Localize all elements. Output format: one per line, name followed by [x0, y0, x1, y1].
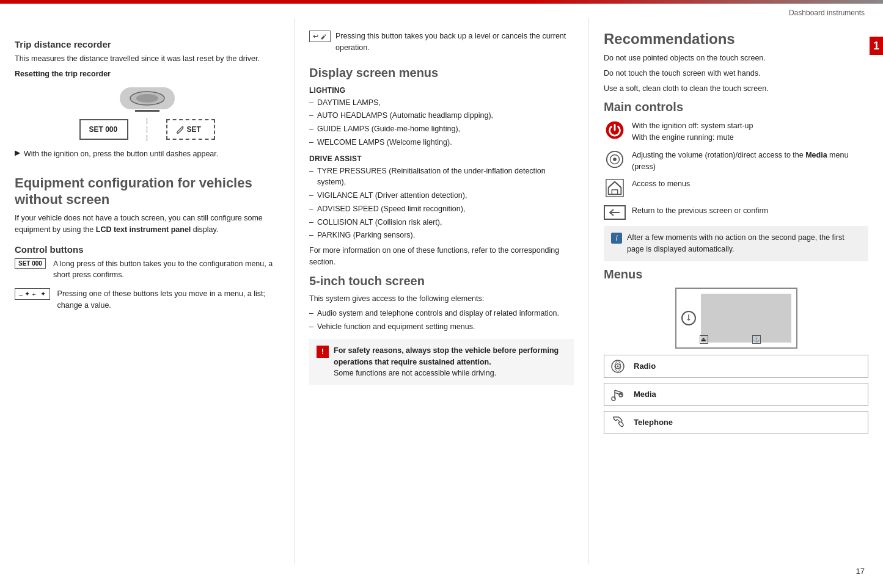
menu-item-media: Media — [604, 383, 868, 406]
volume-text: Adjusting the volume (rotation)/direct a… — [632, 148, 868, 173]
power-text: With the ignition off: system start-up W… — [632, 119, 753, 143]
radio-icon — [609, 358, 626, 375]
brightness-text: Pressing one of these buttons lets you m… — [57, 288, 279, 311]
set-000-button-diagram: SET 000 — [79, 119, 128, 140]
pencil-icon-small — [320, 33, 327, 40]
drive-item-2: – ADVISED SPEED (Speed limit recognition… — [309, 203, 574, 215]
set-000-badge: SET 000 — [15, 258, 46, 269]
menus-heading: Menus — [604, 267, 868, 281]
set-label: SET — [187, 125, 201, 134]
device-btn2: ⚓ — [752, 335, 761, 344]
lighting-item-2: – GUIDE LAMPS (Guide-me-home lighting), — [309, 123, 574, 135]
back-button-row: ↩ Pressing this button takes you back up… — [309, 31, 574, 57]
volume-knob-icon — [604, 148, 626, 170]
control-volume: Adjusting the volume (rotation)/direct a… — [604, 148, 868, 173]
display-screen-footer: For more information on one of these fun… — [309, 245, 574, 268]
brightness-btn: – ✦ + ✦ — [15, 288, 50, 300]
arrow-icon: ▶ — [15, 148, 20, 164]
device-bottom-buttons: ⏏ ⚓ — [700, 335, 761, 344]
control-brightness-row: – ✦ + ✦ Pressing one of these buttons le… — [15, 288, 279, 315]
rec-item-0: Do not use pointed objects on the touch … — [604, 53, 868, 64]
svg-rect-8 — [612, 190, 617, 195]
warning-text: For safety reasons, always stop the vehi… — [334, 345, 566, 379]
control-power: With the ignition off: system start-up W… — [604, 119, 868, 143]
touch-item-0: – Audio system and telephone controls an… — [309, 308, 574, 319]
header-title: Dashboard instruments — [789, 9, 865, 17]
set-000-label: SET 000 — [89, 125, 118, 134]
touch-item-1: – Vehicle function and equipment setting… — [309, 321, 574, 333]
home-icon — [604, 177, 626, 199]
drive-item-3: – COLLISION ALT (Collision risk alert), — [309, 217, 574, 228]
drive-item-0: – TYRE PRESSURES (Reinitialisation of th… — [309, 165, 574, 189]
page-number: 17 — [856, 567, 865, 576]
warning-box: ! For safety reasons, always stop the ve… — [309, 339, 574, 385]
back-button-icon: ↩ — [309, 31, 331, 42]
trip-arrow-text: With the ignition on, press the button u… — [24, 148, 218, 160]
warning-body: Some functions are not accessible while … — [334, 369, 496, 377]
control-buttons-heading: Control buttons — [15, 244, 279, 255]
drive-assist-label: DRIVE ASSIST — [309, 154, 574, 163]
rec-item-1: Do not touch the touch screen with wet h… — [604, 68, 868, 79]
home-text: Access to menus — [632, 177, 690, 190]
menu-item-telephone: Telephone — [604, 411, 868, 434]
main-content: Trip distance recorder This measures the… — [0, 18, 883, 564]
device-btn1: ⏏ — [700, 335, 708, 344]
equipment-config-body: If your vehicle does not have a touch sc… — [15, 212, 279, 236]
menu-item-radio: Radio — [604, 355, 868, 378]
trip-buttons-row: SET 000 SET — [79, 118, 215, 141]
svg-point-1 — [136, 94, 158, 103]
telephone-icon — [609, 414, 626, 431]
drive-item-4: – PARKING (Parking sensors). — [309, 230, 574, 241]
warning-icon: ! — [317, 346, 329, 358]
col3: Recommendations Do not use pointed objec… — [589, 18, 883, 564]
equipment-lcd-bold: LCD text instrument panel — [96, 225, 191, 234]
svg-point-11 — [617, 365, 619, 367]
control-set-row: SET 000 A long press of this button take… — [15, 258, 279, 285]
display-screen-heading: Display screen menus — [309, 66, 574, 80]
trip-top-icon — [120, 87, 175, 109]
trip-diagram: SET 000 SET — [15, 87, 279, 141]
control-set-text: A long press of this button takes you to… — [53, 258, 279, 281]
svg-point-6 — [613, 158, 617, 161]
equipment-config-section: Equipment configuration for vehicles wit… — [15, 175, 279, 235]
info-icon: i — [611, 233, 622, 244]
drive-item-1: – VIGILANCE ALT (Driver attention detect… — [309, 190, 574, 201]
touch-screen-heading: 5-inch touch screen — [309, 274, 574, 288]
main-controls-heading: Main controls — [604, 100, 868, 114]
power-icon — [604, 119, 626, 141]
note-icon — [684, 313, 694, 323]
trip-reset-heading: Resetting the trip recorder — [15, 68, 279, 80]
equipment-config-body2: display. — [193, 225, 218, 234]
media-label: Media — [634, 390, 656, 399]
back-arrow-icon — [604, 205, 626, 220]
lighting-item-1: – AUTO HEADLAMPS (Automatic headlamp dip… — [309, 110, 574, 122]
touch-screen-body1: This system gives access to the followin… — [309, 293, 574, 305]
col2: ↩ Pressing this button takes you back up… — [295, 18, 589, 564]
back-button-text: Pressing this button takes you back up a… — [335, 31, 574, 54]
trip-knob-svg — [129, 91, 166, 106]
media-icon — [609, 386, 626, 403]
lighting-item-3: – WELCOME LAMPS (Welcome lighting). — [309, 137, 574, 148]
radio-label: Radio — [634, 361, 656, 371]
wrench-icon — [176, 125, 185, 134]
control-home: Access to menus — [604, 177, 868, 199]
info-text: After a few moments with no action on th… — [627, 232, 861, 255]
trip-recorder-body: This measures the distance travelled sin… — [15, 53, 279, 65]
rec-item-2: Use a soft, clean cloth to clean the tou… — [604, 83, 868, 95]
telephone-label: Telephone — [634, 418, 673, 427]
warning-bold: For safety reasons, always stop the vehi… — [334, 346, 559, 366]
set-button-diagram: SET — [166, 119, 215, 140]
device-knob — [681, 311, 696, 325]
trip-arrow-item: ▶ With the ignition on, press the button… — [15, 148, 279, 164]
lighting-item-0: – DAYTIME LAMPS, — [309, 97, 574, 109]
top-bar — [0, 0, 883, 4]
trip-recorder-heading: Trip distance recorder — [15, 39, 279, 49]
col1: Trip distance recorder This measures the… — [0, 18, 295, 564]
info-box: i After a few moments with no action on … — [604, 226, 868, 261]
recommendations-heading: Recommendations — [604, 31, 868, 48]
lighting-label: LIGHTING — [309, 86, 574, 95]
control-back: Return to the previous screen or confirm — [604, 204, 868, 220]
device-diagram: ⏏ ⚓ — [675, 288, 797, 349]
back-text: Return to the previous screen or confirm — [632, 204, 768, 217]
equipment-config-heading: Equipment configuration for vehicles wit… — [15, 175, 279, 208]
